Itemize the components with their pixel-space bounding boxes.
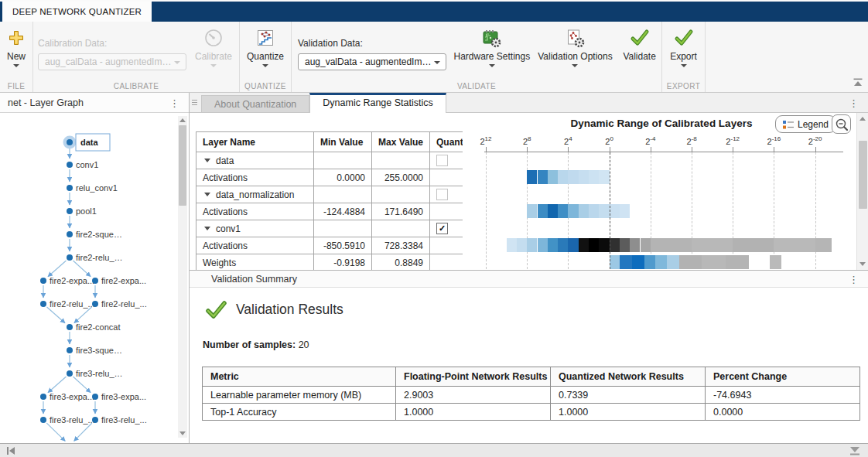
range-bar-conv1-weights[interactable] (190, 255, 855, 269)
validation-data-combo[interactable]: aug_valData - augmentedIm… (298, 53, 446, 70)
kebab-menu-icon[interactable] (849, 98, 859, 108)
quantize-checkbox[interactable] (436, 189, 448, 200)
layer-node-fire3-expand-r[interactable] (92, 394, 98, 400)
layer-node-fire2-relu-r[interactable] (92, 301, 98, 307)
tab-dynamic-range-statistics[interactable]: Dynamic Range Statistics (309, 93, 446, 113)
dropdown-arrow-icon (489, 64, 495, 68)
layer-node-fire2-relu[interactable] (67, 254, 73, 261)
range-bar-data-activations[interactable] (190, 170, 855, 184)
chart-scrollbar[interactable] (856, 113, 868, 270)
layer-node-label: fire2-expa... (101, 276, 146, 285)
scroll-up-icon[interactable] (859, 117, 866, 121)
results-row: Top-1 Accuracy1.00001.00000.0000 (203, 404, 860, 421)
layer-node-label: fire3-relu_… (76, 369, 123, 378)
range-bar-segment (558, 204, 568, 218)
stats-column-header[interactable]: Max Value (372, 132, 430, 152)
results-column-header: Floating-Point Network Results (396, 367, 551, 387)
axis-tick-label: 2-16 (757, 135, 791, 146)
range-bar-segment (517, 238, 527, 252)
collapse-triangle-icon[interactable] (204, 227, 210, 230)
layer-node-label: fire3-expa... (101, 392, 146, 401)
layer-node-fire2-squeeze[interactable] (67, 231, 73, 237)
layer-node-label: fire2-relu_... (50, 299, 95, 309)
scroll-up-icon[interactable] (179, 118, 186, 122)
layer-node-conv1[interactable] (67, 162, 73, 168)
layer-node-fire3-relu-r[interactable] (92, 417, 98, 423)
graph-edge (73, 261, 91, 277)
toolstrip: New FILE Calibration Data: aug_calData -… (0, 22, 868, 93)
scrollbar-thumb[interactable] (859, 141, 867, 209)
layer-graph-canvas[interactable]: dataconv1relu_conv1pool1fire2-sque…fire2… (0, 113, 189, 443)
layer-name: data (216, 155, 234, 166)
layer-graph-scrollbar[interactable] (178, 116, 187, 438)
results-cell: 1.0000 (396, 404, 551, 421)
expand-down-icon[interactable] (849, 447, 860, 457)
scrollbar-thumb[interactable] (179, 125, 186, 206)
layer-node-fire2-relu-l[interactable] (40, 301, 46, 307)
kebab-menu-icon[interactable] (849, 274, 859, 284)
axis-tick-label: 28 (510, 135, 544, 146)
validation-results-heading: Validation Results (205, 300, 868, 319)
range-bar-segment (568, 170, 578, 184)
range-bar-conv1-activations[interactable] (190, 238, 855, 252)
layer-node-pool1[interactable] (67, 208, 73, 214)
collapse-triangle-icon[interactable] (204, 193, 210, 196)
scroll-down-icon[interactable] (179, 431, 186, 435)
range-bar-segment (644, 255, 656, 269)
stats-group-row[interactable]: data (196, 152, 463, 169)
collapse-ribbon-icon[interactable] (853, 78, 863, 87)
layer-node-fire2-concat[interactable] (67, 324, 73, 330)
stats-column-header[interactable]: Quantize (430, 132, 463, 152)
layer-node-fire3-squeeze[interactable] (67, 347, 73, 353)
range-bar-segment (632, 255, 644, 269)
range-bar-data_normalization-activations[interactable] (190, 204, 855, 218)
legend-button[interactable]: Legend (775, 115, 836, 133)
scroll-down-icon[interactable] (859, 262, 866, 266)
results-column-header: Metric (203, 367, 396, 387)
axis-tick-label: 20 (593, 135, 627, 146)
stats-group-row[interactable]: conv1 (196, 220, 463, 237)
range-bar-segment (630, 238, 640, 252)
layer-graph[interactable]: dataconv1relu_conv1pool1fire2-sque…fire2… (0, 113, 188, 443)
calibration-data-combo[interactable]: aug_calData - augmentedIm… (38, 53, 186, 70)
layer-node-fire2-expand-l[interactable] (40, 278, 46, 284)
layer-node-label: fire2-sque… (76, 230, 122, 239)
results-column-header: Quantized Network Results (551, 367, 706, 387)
collapse-triangle-icon[interactable] (204, 159, 210, 162)
kebab-menu-icon[interactable] (169, 97, 179, 107)
stats-group-row[interactable]: data_normalization (196, 186, 463, 203)
validation-summary-header[interactable]: Validation Summary (190, 270, 868, 288)
tab-about-quantization[interactable]: About Quantization (201, 95, 309, 113)
dropdown-arrow-icon (262, 64, 268, 68)
max-value (372, 220, 430, 237)
app-tab[interactable]: DEEP NETWORK QUANTIZER (2, 2, 152, 22)
stats-column-header[interactable]: Min Value (314, 132, 372, 152)
quantize-checkbox[interactable] (436, 155, 448, 166)
layer-node-fire2-expand-r[interactable] (92, 278, 98, 284)
layer-node-data[interactable] (67, 139, 73, 145)
range-bar-segment (589, 238, 599, 252)
layer-node-fire3-relu-l[interactable] (40, 417, 46, 423)
zero-gridline (610, 152, 610, 269)
layer-node-label: relu_conv1 (76, 183, 118, 193)
graph-edge (46, 423, 65, 441)
range-bar-segment (692, 238, 733, 252)
quantize-checkbox[interactable] (436, 223, 448, 234)
axis-tick (815, 147, 816, 152)
axis-tick (527, 147, 528, 152)
stats-column-header[interactable]: Layer Name (196, 132, 314, 152)
layer-node-fire3-expand-l[interactable] (40, 394, 46, 400)
layer-node-relu_conv1[interactable] (67, 185, 73, 191)
range-bar-segment (599, 170, 609, 184)
layer-node-label: pool1 (76, 206, 97, 216)
dynamic-range-document: Layer NameMin ValueMax ValueQuantize dat… (190, 113, 868, 270)
zoom-out-button[interactable] (832, 114, 851, 134)
range-bar-segment (651, 238, 692, 252)
dropdown-arrow-icon (210, 64, 217, 68)
results-table-header-row: MetricFloating-Point Network ResultsQuan… (203, 367, 860, 387)
results-cell: 0.7339 (551, 387, 706, 404)
axis-tick-label: 2-20 (798, 135, 832, 146)
results-cell: -74.6943 (706, 387, 860, 404)
collapse-left-icon[interactable] (6, 446, 15, 457)
layer-node-fire3-relu[interactable] (67, 370, 73, 377)
